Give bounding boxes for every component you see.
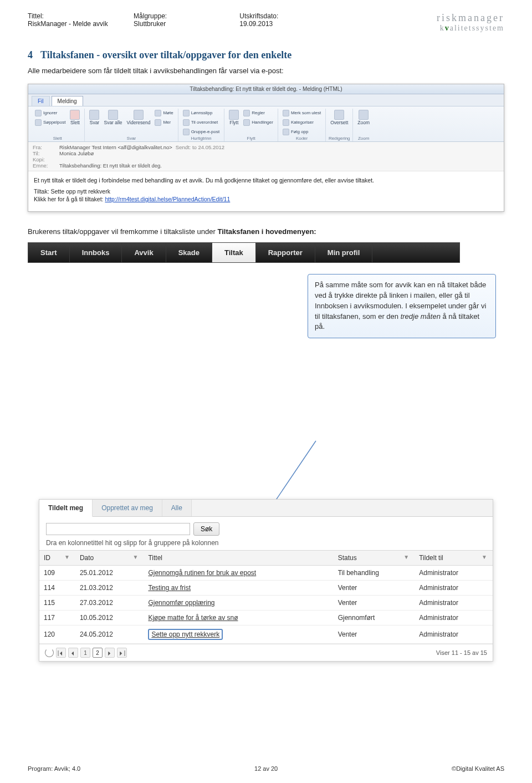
app-tab-all[interactable]: Alle	[162, 500, 192, 516]
header-title-value: RiskManager - Melde avvik	[28, 20, 134, 28]
translate-button[interactable]: Oversett	[329, 109, 349, 126]
col-id[interactable]: ID▼	[39, 551, 75, 566]
meta-subject-label: Emne:	[33, 162, 56, 169]
search-button[interactable]: Søk	[193, 522, 219, 536]
footer-left: Program: Avvik; 4.0	[28, 765, 80, 772]
table-row[interactable]: 10925.01.2012Gjennomgå rutinen for bruk …	[39, 566, 493, 581]
meeting-button[interactable]: Møte	[154, 109, 174, 118]
app-tab-assigned[interactable]: Tildelt meg	[39, 500, 93, 517]
cell-title[interactable]: Testing av frist	[144, 581, 333, 596]
outlook-tab-file[interactable]: Fil	[32, 96, 50, 106]
search-input[interactable]	[46, 523, 190, 535]
cell-assigned: Administrator	[415, 566, 493, 581]
ribbon-group-edit: Redigering	[326, 136, 352, 141]
pager-prev[interactable]: ⏴	[68, 648, 78, 658]
mainmenu-item-innboks[interactable]: Innboks	[70, 243, 122, 262]
ribbon-group-codes: Koder	[278, 136, 325, 141]
footer-right: ©Digital Kvalitet AS	[452, 765, 504, 772]
table-row[interactable]: 11421.03.2012Testing av fristVenterAdmin…	[39, 581, 493, 596]
filter-icon[interactable]: ▼	[403, 554, 410, 561]
paragraph-2-pre: Brukerens tiltak/oppgaver vil fremkomme …	[28, 227, 217, 236]
header-audience-col: Målgruppe: Sluttbruker	[134, 12, 239, 33]
logo-line2-pre: k	[440, 24, 445, 32]
header-date-value: 19.09.2013	[239, 20, 345, 28]
mainmenu-item-start[interactable]: Start	[28, 243, 70, 262]
cell-title[interactable]: Sette opp nytt rekkverk	[144, 626, 333, 644]
outlook-tab-message[interactable]: Melding	[52, 96, 83, 106]
cell-status: Venter	[334, 581, 415, 596]
ribbon-group-reply: Svar	[85, 136, 177, 141]
meta-subject-value: Tiltaksbehandling: Et nytt tiltak er til…	[59, 162, 162, 169]
filter-icon[interactable]: ▼	[132, 554, 139, 561]
table-row[interactable]: 11710.05.2012Kjøpe matte for å tørke av …	[39, 611, 493, 626]
check-icon: v	[445, 24, 450, 32]
pager-next[interactable]: ⏵	[105, 648, 115, 658]
header-title-col: Tittel: RiskManager - Melde avvik	[28, 12, 134, 33]
replyall-button[interactable]: Svar alle	[103, 109, 123, 126]
mainmenu-item-skade[interactable]: Skade	[166, 243, 212, 262]
outlook-body: Et nytt tiltak er tildelt deg i forbinde…	[28, 171, 504, 211]
filter-icon[interactable]: ▼	[64, 554, 71, 561]
cell-title[interactable]: Kjøpe matte for å tørke av snø	[144, 611, 333, 626]
junk-icon	[35, 119, 42, 126]
col-status[interactable]: Status▼	[334, 551, 415, 566]
page-footer: Program: Avvik; 4.0 12 av 20 ©Digital Kv…	[28, 765, 504, 772]
cell-status: Til behandling	[334, 566, 415, 581]
payslip-button[interactable]: Lønnsslipp	[182, 109, 221, 118]
outlook-titlebar: Tiltaksbehandling: Et nytt tiltak er til…	[28, 84, 504, 94]
cell-date: 27.03.2012	[75, 596, 144, 611]
zoom-button[interactable]: Zoom	[356, 109, 371, 126]
pager-page-2[interactable]: 2	[93, 648, 103, 658]
mark-unread-button[interactable]: Merk som ulest	[282, 109, 322, 118]
mainmenu-item-min profil[interactable]: Min profil	[315, 243, 373, 262]
app-tab-created[interactable]: Opprettet av meg	[93, 500, 162, 516]
col-assigned[interactable]: Tildelt til▼	[415, 551, 493, 566]
col-title[interactable]: Tittel	[144, 551, 333, 566]
delete-button[interactable]: Slett	[69, 109, 81, 126]
meeting-icon	[155, 110, 161, 116]
group-mail-icon	[183, 129, 190, 135]
categorize-button[interactable]: Kategoriser	[282, 118, 322, 127]
followup-button[interactable]: Følg opp	[282, 128, 322, 136]
superv-button[interactable]: Til overordnet	[182, 118, 221, 127]
more-icon	[155, 119, 161, 126]
header-audience-label: Målgruppe:	[134, 12, 239, 20]
reply-button[interactable]: Svar	[88, 109, 100, 126]
cell-date: 25.01.2012	[75, 566, 144, 581]
cell-assigned: Administrator	[415, 596, 493, 611]
cell-id: 115	[39, 596, 75, 611]
header-date-label: Utskriftsdato:	[239, 12, 345, 20]
app-search-row: Søk	[39, 517, 493, 539]
callout-em: tredje måten	[401, 312, 441, 321]
mail-link[interactable]: http://rm4test.digital.helse/PlannedActi…	[105, 196, 230, 202]
pager-page-1[interactable]: 1	[80, 648, 90, 658]
outlook-ribbon: Ignorer Søppelpost Slett Slett Svar Svar…	[28, 106, 504, 142]
table-row[interactable]: 11527.03.2012Gjennomfør opplæringVenterA…	[39, 596, 493, 611]
mainmenu-item-tiltak[interactable]: Tiltak	[212, 243, 256, 262]
more-button[interactable]: Mer	[154, 118, 174, 127]
reply-icon	[89, 110, 99, 120]
pager-last[interactable]: ⏵|	[117, 648, 127, 658]
mainmenu-item-avvik[interactable]: Avvik	[122, 243, 166, 262]
cell-title[interactable]: Gjennomgå rutinen for bruk av epost	[144, 566, 333, 581]
ribbon-group-move: Flytt	[224, 136, 278, 141]
move-button[interactable]: Flytt	[228, 109, 240, 126]
filter-icon[interactable]: ▼	[482, 554, 488, 561]
table-row[interactable]: 12024.05.2012Sette opp nytt rekkverkVent…	[39, 626, 493, 644]
footer-center: 12 av 20	[254, 765, 278, 772]
forward-button[interactable]: Videresend	[126, 109, 152, 126]
ignore-button[interactable]: Ignorer	[34, 109, 66, 118]
refresh-icon[interactable]	[45, 648, 54, 657]
cell-title[interactable]: Gjennomfør opplæring	[144, 596, 333, 611]
rules-button[interactable]: Regler	[242, 109, 274, 118]
mainmenu-item-rapporter[interactable]: Rapporter	[256, 243, 315, 262]
outlook-tabs: Fil Melding	[28, 94, 504, 106]
actions-button[interactable]: Handlinger	[242, 118, 274, 127]
pager: |⏴ ⏴ 1 2 ⏵ ⏵|	[45, 648, 127, 658]
zoom-icon	[359, 110, 369, 120]
junk-button[interactable]: Søppelpost	[34, 118, 66, 127]
cell-id: 117	[39, 611, 75, 626]
pager-first[interactable]: |⏴	[56, 648, 66, 658]
group-mail-button[interactable]: Gruppe-e-post	[182, 128, 221, 136]
col-date[interactable]: Dato▼	[75, 551, 144, 566]
